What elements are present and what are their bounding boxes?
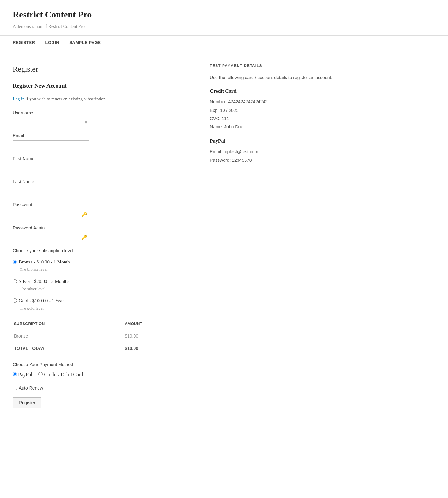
paypal-email: Email: rcptest@test.com: [210, 148, 337, 155]
subscription-heading: Choose your subscription level: [13, 247, 191, 254]
subscription-radio-silver[interactable]: [13, 279, 17, 283]
login-link[interactable]: Log in: [13, 97, 24, 101]
email-input-wrapper: [13, 140, 89, 150]
password-group: Password 🔑: [13, 201, 191, 219]
payment-method-section: Choose Your Payment Method PayPal Credit…: [13, 361, 191, 379]
username-group: Username ■: [13, 109, 191, 127]
auto-renew-checkbox[interactable]: [13, 386, 17, 390]
username-input[interactable]: [13, 118, 89, 127]
silver-title: Silver - $20.00 - 3 Months: [19, 277, 69, 285]
register-button[interactable]: Register: [13, 397, 41, 408]
site-header: Restrict Content Pro A demonstration of …: [0, 0, 448, 36]
credit-card-exp: Exp: 10 / 2025: [210, 107, 337, 114]
first-name-label: First Name: [13, 155, 191, 162]
username-label: Username: [13, 109, 191, 116]
login-note: Log in if you wish to renew an existing …: [13, 96, 191, 103]
first-name-input-wrapper: [13, 164, 89, 173]
password-again-input[interactable]: [13, 233, 89, 242]
table-row-amount: $10.00: [123, 330, 191, 342]
password-again-label: Password Again: [13, 224, 191, 231]
table-row: Bronze $10.00: [13, 330, 191, 342]
credit-card-number: Number: 4242424242424242: [210, 98, 337, 105]
email-label: Email: [13, 132, 191, 139]
table-total-amount: $10.00: [123, 342, 191, 355]
bronze-desc: The bronze level: [20, 266, 191, 273]
paypal-radio[interactable]: [13, 372, 17, 376]
last-name-input-wrapper: [13, 187, 89, 196]
payment-options: PayPal Credit / Debit Card: [13, 371, 191, 379]
site-nav: REGISTER LOGIN SAMPLE PAGE: [0, 36, 448, 50]
subscription-radio-bronze[interactable]: [13, 260, 17, 264]
main-content: Register Register New Account Log in if …: [13, 63, 191, 408]
last-name-label: Last Name: [13, 178, 191, 185]
auto-renew-section: Auto Renew: [13, 385, 191, 392]
table-total-label: TOTAL TODAY: [13, 342, 123, 355]
password-again-group: Password Again 🔑: [13, 224, 191, 242]
table-col2-header: AMOUNT: [123, 318, 191, 330]
page-heading: Register: [13, 63, 191, 75]
sidebar: TEST PAYMENT DETAILS Use the following c…: [210, 63, 337, 408]
email-input[interactable]: [13, 140, 89, 150]
form-section-title: Register New Account: [13, 81, 191, 91]
paypal-section: PayPal Email: rcptest@test.com Password:…: [210, 137, 337, 164]
username-input-wrapper: ■: [13, 118, 89, 127]
password-input[interactable]: [13, 210, 89, 219]
gold-title: Gold - $100.00 - 1 Year: [19, 297, 64, 304]
first-name-input[interactable]: [13, 164, 89, 173]
nav-login[interactable]: LOGIN: [45, 39, 59, 46]
sidebar-intro-text: Use the following card / account details…: [210, 74, 337, 81]
page-content: Register Register New Account Log in if …: [0, 50, 350, 421]
table-total-row: TOTAL TODAY $10.00: [13, 342, 191, 355]
subscription-radio-gold[interactable]: [13, 298, 17, 303]
table-col1-header: SUBSCRIPTION: [13, 318, 123, 330]
credit-card-name: Name: John Doe: [210, 123, 337, 130]
credit-card-cvc: CVC: 111: [210, 115, 337, 122]
last-name-input[interactable]: [13, 187, 89, 196]
bronze-title: Bronze - $10.00 - 1 Month: [19, 258, 70, 266]
password-again-input-wrapper: 🔑: [13, 233, 89, 242]
creditcard-option-label[interactable]: Credit / Debit Card: [38, 371, 83, 379]
subscription-option-gold: Gold - $100.00 - 1 Year The gold level: [13, 297, 191, 312]
subscription-option-gold-label[interactable]: Gold - $100.00 - 1 Year: [13, 297, 191, 304]
creditcard-label: Credit / Debit Card: [44, 372, 83, 377]
first-name-group: First Name: [13, 155, 191, 173]
nav-sample-page[interactable]: SAMPLE PAGE: [69, 39, 101, 46]
subscription-table: SUBSCRIPTION AMOUNT Bronze $10.00 TOTAL …: [13, 318, 191, 355]
subscription-option-bronze: Bronze - $10.00 - 1 Month The bronze lev…: [13, 258, 191, 273]
paypal-option-label[interactable]: PayPal: [13, 371, 32, 379]
site-title: Restrict Content Pro: [13, 8, 435, 22]
subscription-group: Choose your subscription level Bronze - …: [13, 247, 191, 312]
creditcard-radio[interactable]: [38, 372, 43, 376]
subscription-option-silver: Silver - $20.00 - 3 Months The silver le…: [13, 277, 191, 292]
site-tagline: A demonstration of Restrict Content Pro: [13, 23, 435, 30]
email-group: Email: [13, 132, 191, 150]
subscription-option-bronze-label[interactable]: Bronze - $10.00 - 1 Month: [13, 258, 191, 266]
password-input-wrapper: 🔑: [13, 210, 89, 219]
silver-desc: The silver level: [20, 286, 191, 292]
payment-method-label: Choose Your Payment Method: [13, 361, 191, 368]
subscription-option-silver-label[interactable]: Silver - $20.00 - 3 Months: [13, 277, 191, 285]
paypal-password: Password: 12345678: [210, 157, 337, 164]
sidebar-box-title: TEST PAYMENT DETAILS: [210, 63, 337, 69]
table-row-name: Bronze: [13, 330, 123, 342]
credit-card-title: Credit Card: [210, 87, 337, 95]
last-name-group: Last Name: [13, 178, 191, 196]
gold-desc: The gold level: [20, 305, 191, 312]
auto-renew-label[interactable]: Auto Renew: [19, 385, 43, 392]
login-note-text: if you wish to renew an existing subscri…: [24, 97, 107, 101]
nav-register[interactable]: REGISTER: [13, 39, 35, 46]
paypal-title: PayPal: [210, 137, 337, 145]
credit-card-section: Credit Card Number: 4242424242424242 Exp…: [210, 87, 337, 131]
password-label: Password: [13, 201, 191, 208]
paypal-label: PayPal: [18, 372, 32, 377]
